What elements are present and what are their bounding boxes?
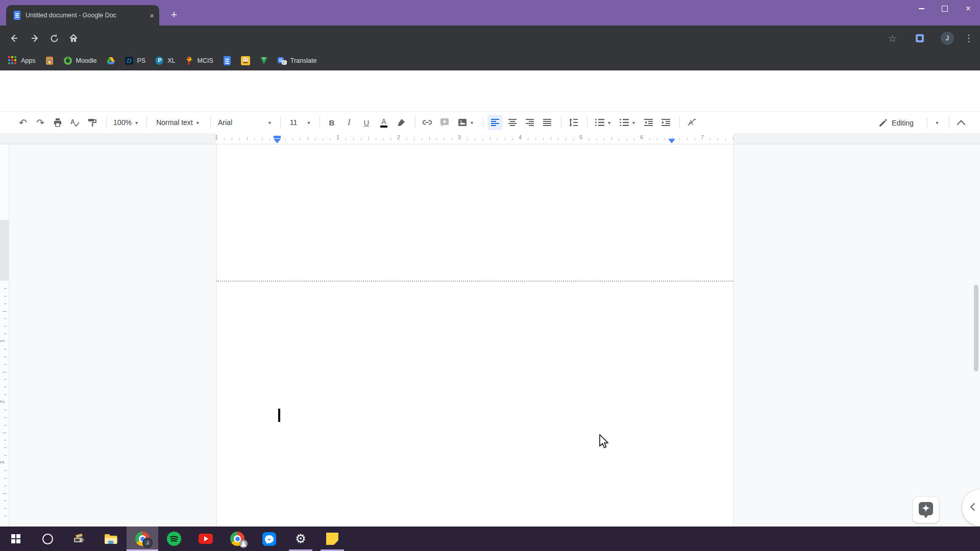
vertical-scrollbar[interactable] [974, 285, 978, 371]
align-center-button[interactable] [505, 115, 520, 130]
back-button[interactable] [8, 32, 20, 44]
first-line-indent-marker[interactable] [274, 136, 281, 138]
underline-button[interactable]: U [359, 115, 374, 130]
print-button[interactable] [50, 115, 65, 130]
hide-menus-button[interactable] [953, 115, 969, 131]
bookmark-mcis[interactable]: MCIS [184, 56, 213, 65]
file-explorer-button[interactable] [95, 527, 127, 551]
start-button[interactable] [0, 527, 32, 551]
tab-close-icon[interactable]: × [150, 12, 154, 19]
new-tab-button[interactable]: + [166, 7, 182, 22]
docs-favicon-icon [13, 11, 21, 20]
bookmark-moodle[interactable]: Moodle [63, 56, 97, 65]
decrease-indent-button[interactable] [641, 115, 656, 130]
document-page[interactable] [216, 144, 733, 527]
justify-button[interactable] [540, 115, 555, 130]
right-indent-marker[interactable] [668, 139, 675, 143]
highlight-button[interactable] [394, 115, 409, 130]
redo-button[interactable]: ↷ [33, 115, 48, 130]
zoom-select[interactable]: 100% ▾ [111, 115, 140, 130]
italic-button[interactable]: I [341, 115, 357, 130]
vertical-ruler[interactable]: 123 [0, 144, 9, 527]
taskbar-messenger[interactable] [253, 527, 285, 551]
taskbar-sticky-notes[interactable] [316, 527, 348, 551]
document-viewport[interactable]: 123 [0, 144, 980, 527]
clear-formatting-button[interactable]: A [684, 115, 699, 130]
spellcheck-icon: A [70, 118, 80, 127]
mode-select[interactable]: Editing [872, 115, 921, 131]
bookmark-green-site[interactable] [259, 56, 268, 65]
chevron-down-icon: ▾ [471, 120, 473, 126]
toolbar-divider [949, 117, 949, 129]
increase-indent-button[interactable] [658, 115, 673, 130]
text-cursor [278, 409, 280, 422]
reload-button[interactable] [48, 32, 60, 44]
windows-logo-icon [11, 534, 20, 543]
bookmark-avatar-site[interactable] [241, 56, 250, 65]
paint-format-button[interactable] [85, 115, 100, 130]
bulleted-list-button[interactable]: ▾ [616, 115, 639, 130]
paragraph-style-select[interactable]: Normal text ▾ [151, 115, 204, 130]
bookmark-star-button[interactable]: ☆ [888, 33, 897, 44]
taskbar-chrome-active[interactable]: J [127, 527, 158, 551]
browser-frame: Untitled document - Google Doc × + × [0, 0, 980, 26]
bold-button[interactable]: B [324, 115, 339, 130]
bookmark-docs[interactable] [223, 56, 232, 65]
ruler-number: 4 [519, 135, 522, 140]
cortana-button[interactable] [32, 527, 63, 551]
explore-button[interactable] [913, 496, 939, 523]
font-size-dropdown[interactable]: ▾ [304, 115, 313, 130]
horizontal-ruler[interactable]: 11234567 [0, 133, 980, 144]
align-left-button[interactable] [487, 115, 503, 130]
webstore-bag-icon [45, 56, 54, 65]
toolbar-divider [927, 117, 927, 129]
numbered-list-button[interactable]: ▾ [592, 115, 614, 130]
docs-toolbar: ↶ ↷ A 100% ▾ Normal text ▾ Arial ▾ 11 [0, 111, 980, 133]
bookmark-pearson[interactable]: P XL [155, 56, 175, 65]
chrome-icon [230, 532, 244, 546]
bookmark-label: Apps [21, 57, 36, 64]
undo-button[interactable]: ↶ [15, 115, 31, 130]
bookmark-translate[interactable]: G t Translate [278, 56, 317, 65]
bookmark-apps[interactable]: Apps [8, 56, 36, 65]
window-minimize-button[interactable] [910, 0, 933, 17]
browser-menu-button[interactable]: ⋮ [964, 33, 973, 44]
left-indent-marker[interactable] [274, 139, 281, 143]
chevron-down-icon: ▾ [268, 120, 271, 126]
insert-image-button[interactable]: ▾ [454, 115, 477, 130]
insert-link-button[interactable] [420, 115, 435, 130]
add-comment-button[interactable] [437, 115, 452, 130]
browser-profile-avatar[interactable]: J [941, 32, 954, 45]
taskbar-chrome-secondary[interactable] [222, 527, 253, 551]
spellcheck-button[interactable]: A [67, 115, 83, 130]
align-right-button[interactable] [522, 115, 537, 130]
browser-tab[interactable]: Untitled document - Google Doc × [6, 5, 159, 26]
ruler-number: 3 [0, 461, 5, 464]
font-size-value: 11 [290, 118, 298, 127]
pinned-app-projector[interactable] [63, 527, 95, 551]
extension-icon[interactable] [915, 34, 924, 43]
mouse-pointer [599, 434, 610, 449]
taskbar-spotify[interactable] [158, 527, 190, 551]
mode-dropdown[interactable]: ▾ [932, 115, 943, 131]
toolbar-divider [561, 117, 561, 128]
forward-button[interactable] [29, 32, 41, 44]
line-spacing-icon [569, 118, 578, 127]
text-color-button[interactable]: A [376, 115, 391, 130]
line-spacing-button[interactable] [566, 115, 581, 130]
bookmark-webstore[interactable] [45, 56, 54, 65]
bookmark-drive[interactable] [106, 56, 115, 65]
taskbar-settings[interactable]: ⚙ [285, 527, 316, 551]
page-break-line [216, 281, 733, 282]
font-select[interactable]: Arial ▾ [215, 115, 274, 130]
ruler-number: 1 [336, 135, 339, 140]
mcis-torch-icon [184, 56, 193, 65]
window-maximize-button[interactable] [933, 0, 957, 17]
font-size-select[interactable]: 11 [285, 115, 302, 130]
taskbar-youtube[interactable] [190, 527, 222, 551]
window-close-button[interactable]: × [957, 0, 980, 17]
home-button[interactable] [67, 32, 80, 44]
bulleted-list-icon [620, 119, 629, 126]
bookmark-ps[interactable]: D PS [125, 56, 146, 65]
translate-icon: G t [278, 56, 287, 65]
